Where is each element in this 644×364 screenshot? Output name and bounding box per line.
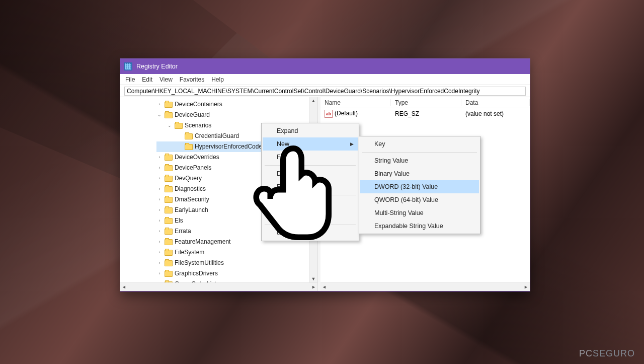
tree-item-label: DeviceGuard bbox=[175, 110, 210, 120]
list-row[interactable]: ab(Default) REG_SZ (value not set) bbox=[320, 108, 530, 119]
menu-item[interactable]: QWORD (64-bit) Value bbox=[360, 193, 479, 206]
menu-item[interactable]: Binary Value bbox=[360, 167, 479, 180]
tree-scrollbar-horizontal[interactable]: ◄ ► bbox=[120, 282, 317, 291]
menu-item[interactable]: Expandable String Value bbox=[360, 220, 479, 233]
tree-item-label: FileSystemUtilities bbox=[175, 258, 224, 268]
folder-icon bbox=[165, 197, 173, 203]
expand-icon[interactable]: › bbox=[156, 163, 163, 173]
folder-icon bbox=[165, 102, 173, 108]
titlebar[interactable]: Registry Editor bbox=[120, 59, 530, 74]
expand-icon[interactable]: › bbox=[156, 258, 163, 268]
col-type[interactable]: Type bbox=[391, 99, 461, 106]
tree-item-label: FileSystem bbox=[175, 247, 204, 258]
menu-item[interactable]: Multi-String Value bbox=[360, 206, 479, 220]
menu-item[interactable]: Find... bbox=[263, 151, 358, 164]
address-bar bbox=[120, 85, 530, 97]
tree-item-label: CredentialGuard bbox=[195, 131, 239, 141]
tree-item[interactable]: ›FileSystemUtilities bbox=[156, 258, 317, 268]
expand-icon[interactable]: › bbox=[156, 226, 163, 237]
scroll-left-icon[interactable]: ◄ bbox=[122, 284, 126, 289]
menu-item[interactable]: Delete bbox=[263, 167, 358, 180]
folder-icon bbox=[165, 281, 173, 283]
tree-item[interactable]: ›FileSystem bbox=[156, 247, 317, 258]
tree-item-label: DevQuery bbox=[175, 173, 202, 184]
scroll-down-icon[interactable]: ▼ bbox=[311, 275, 316, 282]
menu-item[interactable]: Copy Key Name bbox=[263, 227, 358, 240]
window-title: Registry Editor bbox=[136, 63, 178, 70]
folder-icon bbox=[165, 250, 173, 256]
folder-icon bbox=[165, 186, 173, 192]
folder-icon bbox=[165, 207, 173, 213]
tree-item-label: DeviceContainers bbox=[175, 99, 222, 110]
menu-item[interactable]: Expand bbox=[263, 124, 358, 137]
expand-icon[interactable]: › bbox=[156, 237, 163, 247]
expand-icon[interactable]: ⌄ bbox=[167, 120, 173, 131]
tree-item[interactable]: ›GraphicsDrivers bbox=[156, 268, 317, 279]
expand-icon[interactable]: › bbox=[156, 99, 163, 110]
menu-item[interactable]: Key bbox=[360, 137, 479, 151]
app-icon bbox=[124, 62, 132, 70]
menu-item[interactable]: DWORD (32-bit) Value bbox=[360, 180, 479, 193]
expand-icon[interactable]: › bbox=[156, 268, 163, 279]
folder-icon bbox=[165, 112, 173, 118]
scroll-right-icon[interactable]: ► bbox=[311, 284, 316, 289]
menu-item[interactable]: Export bbox=[263, 197, 358, 210]
tree-item-label: Errata bbox=[175, 226, 191, 237]
tree-item-label: EarlyLaunch bbox=[175, 205, 208, 215]
context-menu: ExpandNew▶Find...DeleteRenameExportPermi… bbox=[261, 123, 359, 241]
folder-icon bbox=[165, 176, 173, 182]
folder-icon bbox=[185, 144, 193, 150]
menu-separator bbox=[265, 165, 356, 166]
values-scrollbar-horizontal[interactable]: ◄ ► bbox=[320, 282, 530, 291]
col-data[interactable]: Data bbox=[461, 99, 530, 106]
expand-icon[interactable]: › bbox=[156, 194, 163, 205]
expand-icon[interactable]: › bbox=[156, 215, 163, 226]
values-header[interactable]: Name Type Data bbox=[320, 97, 530, 108]
tree-item-label: GraphicsDrivers bbox=[175, 268, 218, 279]
tree-item-label: Diagnostics bbox=[175, 184, 206, 194]
string-value-icon: ab bbox=[325, 110, 333, 118]
submenu-arrow-icon: ▶ bbox=[350, 141, 354, 147]
tree-item-label: Scenarios bbox=[185, 120, 211, 131]
tree-item-label: DmaSecurity bbox=[175, 194, 209, 205]
menu-view[interactable]: View bbox=[159, 76, 173, 83]
tree-item-label: Els bbox=[175, 215, 183, 226]
menu-item[interactable]: Permissions... bbox=[263, 210, 358, 223]
scroll-right-icon[interactable]: ► bbox=[524, 284, 528, 289]
expand-icon[interactable]: › bbox=[156, 205, 163, 215]
value-data: (value not set) bbox=[461, 110, 530, 117]
tree-item-label: FeatureManagement bbox=[175, 237, 230, 247]
menu-item[interactable]: String Value bbox=[360, 154, 479, 167]
expand-icon[interactable]: › bbox=[156, 279, 163, 282]
menu-favorites[interactable]: Favorites bbox=[180, 76, 204, 83]
folder-icon bbox=[165, 165, 173, 171]
address-input[interactable] bbox=[124, 87, 526, 96]
menubar: File Edit View Favorites Help bbox=[120, 74, 530, 85]
expand-icon[interactable]: ⌄ bbox=[156, 110, 163, 120]
expand-icon[interactable]: › bbox=[156, 184, 163, 194]
folder-icon bbox=[165, 218, 173, 224]
col-name[interactable]: Name bbox=[320, 99, 391, 106]
menu-separator bbox=[362, 152, 477, 153]
new-submenu: KeyString ValueBinary ValueDWORD (32-bit… bbox=[359, 136, 480, 234]
menu-help[interactable]: Help bbox=[211, 76, 224, 83]
menu-item[interactable]: Rename bbox=[263, 180, 358, 193]
folder-icon bbox=[165, 239, 173, 245]
menu-file[interactable]: File bbox=[125, 76, 135, 83]
expand-icon[interactable]: › bbox=[156, 152, 163, 163]
scroll-left-icon[interactable]: ◄ bbox=[322, 284, 327, 289]
expand-icon[interactable]: › bbox=[156, 247, 163, 258]
folder-icon bbox=[165, 155, 173, 161]
folder-icon bbox=[175, 123, 183, 129]
menu-item[interactable]: New▶ bbox=[263, 137, 358, 151]
scroll-up-icon[interactable]: ▲ bbox=[311, 97, 316, 104]
folder-icon bbox=[185, 133, 193, 139]
value-type: REG_SZ bbox=[391, 110, 461, 117]
folder-icon bbox=[165, 260, 173, 266]
expand-icon[interactable]: › bbox=[156, 173, 163, 184]
menu-edit[interactable]: Edit bbox=[142, 76, 152, 83]
tree-item[interactable]: ›DeviceContainers bbox=[156, 99, 317, 110]
tree-item[interactable]: ›GroupOrderList bbox=[156, 279, 317, 282]
tree-item[interactable]: ⌄DeviceGuard bbox=[156, 110, 317, 120]
tree-item-label: GroupOrderList bbox=[175, 279, 216, 282]
